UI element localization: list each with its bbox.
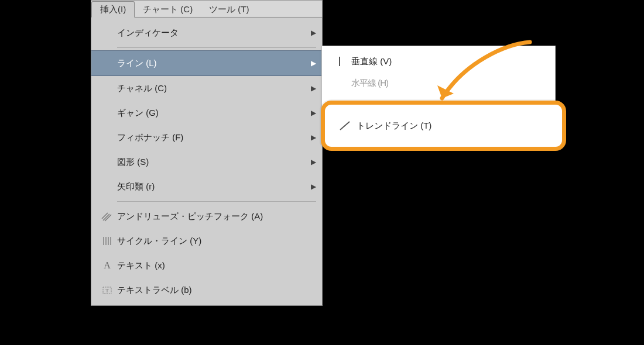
menubar-chart[interactable]: チャート (C) (135, 2, 201, 17)
submenu-arrow-icon: ▶ (307, 59, 316, 67)
menu-label: 矢印類 (r) (117, 181, 307, 192)
menu-fibonacci[interactable]: フィボナッチ (F) ▶ (91, 125, 322, 150)
submenu-arrow-icon: ▶ (307, 84, 316, 92)
menu-label: テキストラベル (b) (117, 285, 316, 296)
submenu-label: 水平線 (H) (351, 78, 549, 89)
submenu-label: トレンドライン (T) (357, 120, 554, 132)
submenu-label: 垂直線 (V) (351, 56, 549, 67)
menu-text-label[interactable]: T テキストラベル (b) (91, 278, 322, 302)
vertical-line-icon (328, 55, 351, 68)
menubar: 挿入(I) チャート (C) ツール (T) (91, 0, 323, 17)
cycle-lines-icon (97, 235, 117, 247)
svg-line-2 (102, 213, 108, 219)
menu-shapes[interactable]: 図形 (S) ▶ (91, 150, 322, 174)
menu-cycle[interactable]: サイクル・ライン (Y) (91, 229, 322, 253)
menu-gann[interactable]: ギャン (G) ▶ (91, 101, 322, 125)
menu-label: フィボナッチ (F) (117, 132, 307, 143)
menu-separator (117, 201, 316, 202)
submenu-arrow-icon: ▶ (307, 133, 316, 142)
submenu-horizontal-line[interactable]: 水平線 (H) (322, 74, 555, 92)
menu-label: テキスト (x) (117, 260, 316, 271)
insert-dropdown: インディケータ ▶ ライン (L) ▶ チャネル (C) ▶ ギャン (G) ▶… (91, 17, 323, 306)
menu-label: ギャン (G) (117, 108, 307, 119)
menu-label: 図形 (S) (117, 157, 307, 168)
svg-line-10 (340, 122, 350, 130)
menu-label: ライン (L) (117, 58, 307, 69)
submenu-arrow-icon: ▶ (307, 29, 316, 37)
menu-label: インディケータ (117, 27, 307, 39)
menu-text[interactable]: A テキスト (x) (91, 253, 322, 278)
menu-arrows[interactable]: 矢印類 (r) ▶ (91, 174, 322, 199)
menu-separator (117, 47, 316, 48)
text-label-icon: T (97, 284, 117, 296)
menubar-insert[interactable]: 挿入(I) (91, 1, 135, 18)
submenu-trendline-highlighted[interactable]: トレンドライン (T) (325, 105, 562, 147)
menu-pitchfork[interactable]: アンドリューズ・ピッチフォーク (A) (91, 204, 322, 229)
menu-lines[interactable]: ライン (L) ▶ (91, 50, 322, 76)
menu-label: サイクル・ライン (Y) (117, 236, 316, 247)
submenu-arrow-icon: ▶ (307, 182, 316, 191)
text-icon: A (97, 260, 117, 271)
pitchfork-icon (97, 211, 117, 222)
menu-channels[interactable]: チャネル (C) ▶ (91, 76, 322, 101)
menu-label: チャネル (C) (117, 83, 307, 94)
highlight-callout: トレンドライン (T) (321, 101, 566, 151)
menu-label: アンドリューズ・ピッチフォーク (A) (117, 211, 316, 222)
submenu-vertical-line[interactable]: 垂直線 (V) (322, 49, 555, 74)
menubar-tools[interactable]: ツール (T) (201, 2, 257, 17)
svg-text:T: T (105, 288, 109, 294)
submenu-arrow-icon: ▶ (307, 109, 316, 117)
submenu-arrow-icon: ▶ (307, 158, 316, 166)
trendline-icon (333, 119, 357, 133)
menu-indicators[interactable]: インディケータ ▶ (91, 20, 322, 45)
insert-menu-area: 挿入(I) チャート (C) ツール (T) インディケータ ▶ ライン (L)… (91, 0, 323, 306)
